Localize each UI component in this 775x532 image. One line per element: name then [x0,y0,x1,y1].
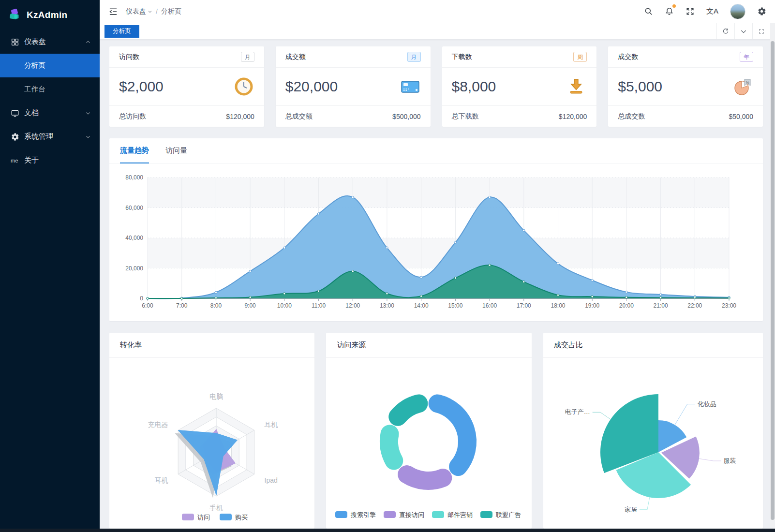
search-icon [644,7,653,16]
card-title: 成交占比 [543,333,763,358]
stat-footer-value: $50,000 [729,113,753,120]
fullscreen-icon [686,7,695,16]
svg-text:充电器: 充电器 [148,421,168,429]
svg-text:Ipad: Ipad [265,476,278,484]
sidebar-item-label: 系统管理 [24,132,53,141]
credit-card-icon [400,76,421,97]
traffic-trend-card: 流量趋势 访问量 020,00040,00060,00080,0006:007:… [109,138,763,321]
svg-text:80,000: 80,000 [125,174,143,181]
stat-value: $2,000 [119,78,164,95]
main-content: 访问数 月 $2,000 总访问数 $120,000 成交额 月 $20, [100,40,775,529]
sidebar-item-system[interactable]: 系统管理 [0,125,100,148]
tab-label: 分析页 [113,27,131,35]
svg-text:%: % [745,80,749,85]
stat-footer-label: 总成交额 [285,112,313,121]
chevron-down-icon [148,9,152,14]
fullscreen-button[interactable] [686,7,695,16]
svg-text:10:00: 10:00 [277,302,292,309]
app-logo[interactable]: KzAdmin [0,0,100,30]
breadcrumb-label: 仪表盘 [126,7,146,16]
period-badge[interactable]: 月 [407,52,421,62]
period-badge[interactable]: 月 [241,52,254,62]
collapse-sidebar-icon [108,7,118,16]
bottom-cards-row: 转化率 电脑耳机Ipad手机耳机充电器访问购买 访问来源 搜索引擎直接访问邮件营… [109,333,763,529]
stat-cards-row: 访问数 月 $2,000 总访问数 $120,000 成交额 月 $20, [109,46,763,127]
svg-text:21:00: 21:00 [654,302,668,309]
sidebar-item-label: 工作台 [24,85,45,94]
sidebar-item-label: 文档 [24,108,39,118]
svg-text:电子产…: 电子产… [565,408,590,415]
svg-text:直接访问: 直接访问 [399,511,424,518]
svg-text:8:00: 8:00 [210,302,222,309]
sidebar-item-label: 分析页 [24,61,45,70]
maximize-icon [758,28,765,35]
svg-text:0: 0 [140,295,143,302]
scrollbar-thumb[interactable] [771,41,775,520]
stat-footer-value: $120,000 [559,113,587,120]
download-icon [566,76,587,97]
stat-footer-label: 总访问数 [119,112,146,121]
vertical-scrollbar[interactable] [770,23,775,529]
sidebar-item-dashboard[interactable]: 仪表盘 [0,30,100,54]
me-icon: me [11,158,19,163]
refresh-icon [722,28,730,35]
stat-footer-label: 总下载数 [452,112,479,121]
traffic-trend-chart[interactable]: 020,00040,00060,00080,0006:007:008:009:0… [109,163,763,321]
sidebar-item-workbench[interactable]: 工作台 [0,77,100,101]
svg-text:22:00: 22:00 [687,302,702,309]
breadcrumb-item-analysis[interactable]: 分析页 [161,7,181,16]
svg-text:访问: 访问 [197,514,210,521]
gear-icon [11,133,19,141]
svg-text:14:00: 14:00 [414,302,429,309]
sidebar-item-about[interactable]: me 关于 [0,148,100,172]
svg-text:联盟广告: 联盟广告 [495,511,521,518]
stat-value: $8,000 [452,78,496,95]
monitor-icon [11,109,19,118]
card-title: 访问来源 [326,333,531,358]
stat-card-title: 成交额 [285,53,306,61]
svg-text:40,000: 40,000 [125,235,143,241]
svg-text:60,000: 60,000 [125,205,143,211]
svg-text:服装: 服装 [723,457,736,464]
tab-analysis[interactable]: 分析页 [104,25,139,38]
sidebar-item-label: 仪表盘 [24,37,46,46]
conversion-card: 转化率 电脑耳机Ipad手机耳机充电器访问购买 [109,333,314,529]
period-badge[interactable]: 周 [573,52,587,62]
chevron-up-icon [85,39,91,45]
period-badge[interactable]: 年 [740,52,753,62]
stat-card-title: 下载数 [452,53,472,61]
trend-tab-label: 访问量 [165,146,187,155]
svg-text:搜索引擎: 搜索引擎 [350,511,376,518]
conversion-radar-chart[interactable]: 电脑耳机Ipad手机耳机充电器访问购买 [109,358,314,529]
svg-text:购买: 购买 [235,514,248,521]
sidebar-item-analysis[interactable]: 分析页 [0,54,100,77]
header-actions: 文A [644,4,766,19]
brand-name: KzAdmin [27,10,67,20]
sidebar-item-docs[interactable]: 文档 [0,101,100,125]
avatar[interactable] [730,4,745,19]
maximize-button[interactable] [752,23,770,39]
card-title: 转化率 [109,333,314,358]
tab-traffic-trend[interactable]: 流量趋势 [120,138,149,163]
stat-card-visits: 访问数 月 $2,000 总访问数 $120,000 [109,46,264,127]
svg-text:化妆品: 化妆品 [698,400,716,408]
refresh-button[interactable] [716,23,734,39]
pie-icon: % [732,76,753,97]
tab-menu-button[interactable] [734,23,752,39]
svg-text:13:00: 13:00 [380,302,394,309]
translate-icon: 文A [706,7,718,15]
tab-bar: 分析页 [100,23,775,40]
bell-icon [665,7,674,16]
deal-share-pie-chart[interactable]: 化妆品服装家居电子产… [543,358,763,529]
sidebar-menu: 仪表盘 分析页 工作台 文档 系统管理 [0,30,100,172]
visit-source-donut-chart[interactable]: 搜索引擎直接访问邮件营销联盟广告 [326,358,531,529]
sidebar: KzAdmin 仪表盘 分析页 工作台 [0,0,100,532]
tab-visit-volume[interactable]: 访问量 [165,138,187,163]
translate-button[interactable]: 文A [706,7,718,16]
settings-button[interactable] [757,7,766,16]
breadcrumb-item-dashboard[interactable]: 仪表盘 [126,7,152,16]
text-caret [186,7,187,16]
collapse-sidebar-button[interactable] [108,7,118,16]
notifications-button[interactable] [665,7,674,16]
search-button[interactable] [644,7,653,16]
